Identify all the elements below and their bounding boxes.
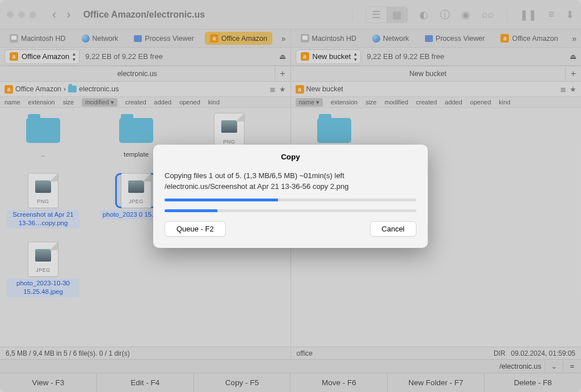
copy-current-file: /electronic.us/Screenshot at Apr 21 13-3… [165, 182, 416, 191]
cancel-button[interactable]: Cancel [370, 221, 416, 237]
copy-dialog: Copy Copying files 1 out of 5. (1,3 MB/6… [153, 145, 428, 248]
copy-progress-text: Copying files 1 out of 5. (1,3 MB/6,5 MB… [165, 171, 416, 180]
progress-current [165, 199, 416, 201]
dialog-title: Copy [165, 153, 416, 161]
progress-total [165, 209, 416, 212]
modal-overlay: Copy Copying files 1 out of 5. (1,3 MB/6… [0, 0, 581, 392]
queue-button[interactable]: Queue - F2 [165, 221, 226, 237]
